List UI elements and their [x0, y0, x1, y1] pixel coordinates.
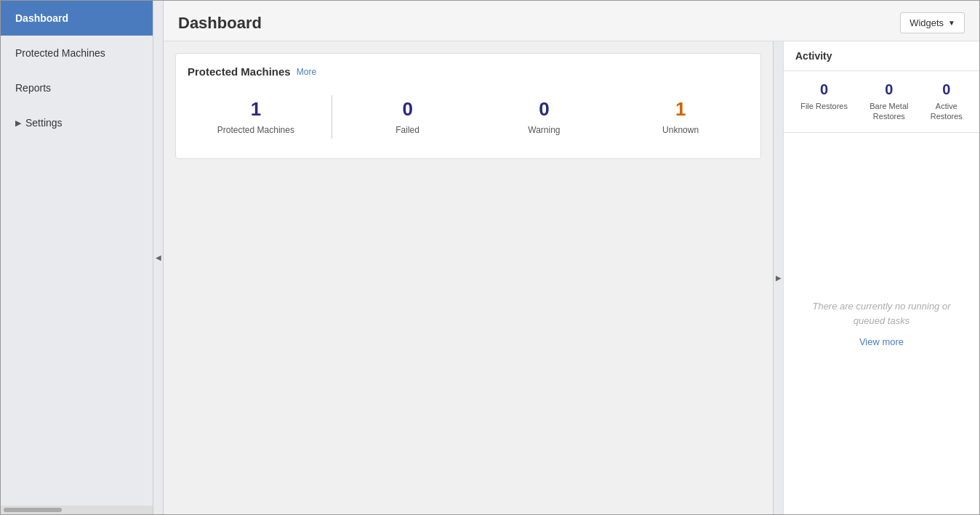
expand-icon: ▶: [15, 118, 21, 128]
stat-warning-label: Warning: [528, 125, 560, 135]
activity-stats-row: 0 File Restores 0 Bare MetalRestores 0 A…: [784, 71, 979, 133]
activity-view-more-link[interactable]: View more: [859, 336, 904, 347]
sidebar-item-reports[interactable]: Reports: [1, 70, 153, 105]
stat-failed-value: 0: [402, 98, 412, 121]
main-content: Dashboard Widgets ▼ Protected Machines M…: [164, 1, 979, 514]
sidebar-scrollbar[interactable]: [1, 506, 153, 514]
widgets-button[interactable]: Widgets ▼: [900, 12, 965, 33]
sidebar-item-settings[interactable]: ▶ Settings: [1, 105, 153, 140]
activity-bare-metal-value: 0: [885, 81, 893, 98]
collapse-left-icon: ◀: [156, 254, 161, 261]
sidebar-item-protected-machines-label: Protected Machines: [15, 47, 105, 59]
dashboard-main: Protected Machines More 1 Protected Mach…: [164, 41, 773, 514]
sidebar: Dashboard Protected Machines Reports ▶ S…: [1, 1, 153, 514]
activity-stat-active-restores: 0 ActiveRestores: [931, 81, 963, 122]
widget-title: Protected Machines: [188, 65, 291, 78]
stat-divider: [332, 95, 332, 139]
stat-warning-value: 0: [539, 98, 549, 121]
page-header: Dashboard Widgets ▼: [164, 1, 979, 41]
stat-unknown-label: Unknown: [662, 125, 699, 135]
widgets-button-label: Widgets: [909, 17, 944, 28]
stats-row: 1 Protected Machines 0 Failed 0 Warning: [188, 86, 749, 147]
widget-more-link[interactable]: More: [297, 67, 316, 77]
right-collapse-button[interactable]: ▶: [773, 41, 783, 514]
sidebar-scrollbar-thumb: [4, 508, 62, 512]
collapse-right-icon: ▶: [776, 274, 782, 282]
page-title: Dashboard: [178, 14, 262, 33]
activity-active-restores-label: ActiveRestores: [931, 101, 963, 122]
sidebar-item-protected-machines[interactable]: Protected Machines: [1, 36, 153, 70]
stat-protected-machines-label: Protected Machines: [217, 125, 294, 135]
stat-failed-label: Failed: [395, 125, 419, 135]
dashboard-body: Protected Machines More 1 Protected Mach…: [164, 41, 979, 514]
activity-header: Activity: [784, 41, 979, 71]
sidebar-item-dashboard[interactable]: Dashboard: [1, 1, 153, 36]
stat-failed: 0 Failed: [340, 92, 476, 141]
stat-warning: 0 Warning: [476, 92, 613, 141]
sidebar-item-dashboard-label: Dashboard: [15, 12, 68, 24]
activity-bare-metal-label: Bare MetalRestores: [869, 101, 908, 122]
activity-empty-state: There are currently no running or queued…: [784, 133, 979, 514]
activity-file-restores-value: 0: [820, 81, 828, 98]
activity-active-restores-value: 0: [942, 81, 950, 98]
activity-empty-text: There are currently no running or queued…: [798, 299, 965, 328]
stat-unknown-value: 1: [675, 98, 686, 121]
widget-header: Protected Machines More: [188, 65, 749, 78]
activity-panel: Activity 0 File Restores 0 Bare MetalRes…: [783, 41, 979, 514]
activity-file-restores-label: File Restores: [800, 101, 848, 111]
protected-machines-widget: Protected Machines More 1 Protected Mach…: [175, 53, 761, 159]
stat-protected-machines: 1 Protected Machines: [188, 92, 324, 141]
chevron-down-icon: ▼: [948, 19, 955, 27]
activity-title: Activity: [795, 50, 832, 62]
sidebar-item-reports-label: Reports: [15, 82, 51, 94]
activity-stat-file-restores: 0 File Restores: [800, 81, 848, 122]
activity-stat-bare-metal: 0 Bare MetalRestores: [869, 81, 908, 122]
sidebar-item-settings-label: Settings: [25, 117, 63, 129]
sidebar-collapse-button[interactable]: ◀: [153, 1, 164, 514]
stat-protected-machines-value: 1: [251, 98, 261, 121]
stat-unknown: 1 Unknown: [612, 92, 749, 141]
